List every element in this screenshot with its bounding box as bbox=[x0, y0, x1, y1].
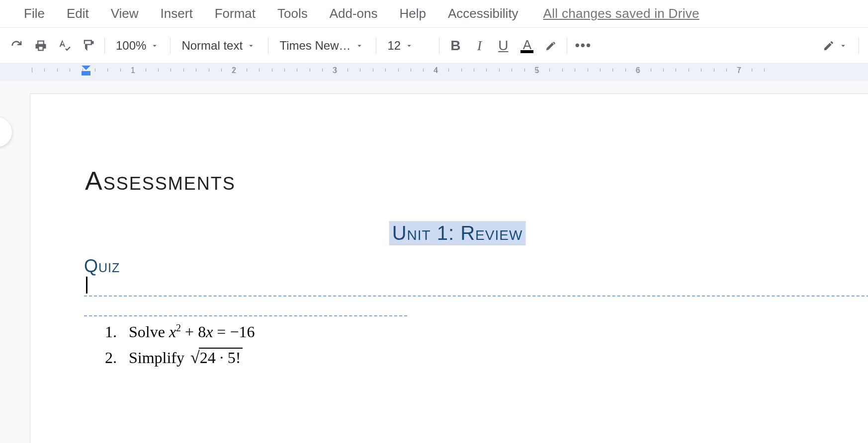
separator bbox=[439, 38, 439, 54]
explore-chip[interactable] bbox=[0, 117, 12, 147]
menu-accessibility[interactable]: Accessibility bbox=[439, 3, 527, 24]
italic-button[interactable]: I bbox=[467, 34, 491, 58]
ruler-tick bbox=[612, 69, 613, 72]
zoom-value: 100% bbox=[116, 39, 146, 53]
ruler-tick bbox=[272, 69, 272, 72]
ruler-tick bbox=[411, 69, 411, 72]
ruler-tick bbox=[171, 69, 171, 72]
ruler-tick bbox=[764, 69, 765, 72]
ruler-tick bbox=[474, 69, 474, 72]
menu-tools[interactable]: Tools bbox=[268, 3, 317, 24]
q2-number: 2. bbox=[105, 349, 117, 367]
ruler-tick bbox=[310, 69, 310, 72]
chevron-down-icon bbox=[150, 41, 159, 50]
zoom-combo[interactable]: 100% bbox=[109, 35, 166, 57]
chevron-down-icon bbox=[247, 41, 256, 50]
menu-edit[interactable]: Edit bbox=[58, 3, 98, 24]
chevron-down-icon bbox=[355, 41, 364, 50]
q1-math-sup: 2 bbox=[176, 322, 181, 333]
separator bbox=[170, 38, 171, 54]
indent-marker[interactable] bbox=[82, 66, 90, 76]
ruler-number: 5 bbox=[534, 66, 539, 75]
doc-subtitle[interactable]: Unit 1: Review bbox=[389, 221, 526, 245]
menu-file[interactable]: File bbox=[15, 3, 54, 24]
ruler-number: 2 bbox=[232, 66, 236, 75]
ruler-tick bbox=[83, 69, 83, 72]
ruler-tick bbox=[499, 69, 500, 72]
ruler-number: 6 bbox=[635, 66, 640, 75]
ruler-tick bbox=[676, 69, 676, 72]
menu-view[interactable]: View bbox=[102, 3, 148, 24]
ruler-tick bbox=[701, 69, 701, 72]
ruler-number: 3 bbox=[333, 66, 337, 75]
ruler-number: 1 bbox=[130, 66, 135, 75]
ruler-tick bbox=[600, 69, 601, 72]
q2-radicand: 24 · 5! bbox=[199, 348, 243, 367]
spellcheck-icon[interactable] bbox=[53, 34, 77, 58]
doc-title[interactable]: Assessments bbox=[85, 166, 236, 196]
ruler-tick bbox=[183, 69, 184, 72]
style-value: Normal text bbox=[181, 39, 243, 53]
font-value: Times New… bbox=[279, 39, 350, 53]
separator bbox=[268, 38, 268, 54]
ruler-tick bbox=[398, 69, 399, 72]
document-page[interactable]: Assessments Unit 1: Review Quiz 1. Solve… bbox=[30, 93, 868, 443]
ruler-tick bbox=[158, 69, 159, 72]
workspace: Assessments Unit 1: Review Quiz 1. Solve… bbox=[0, 80, 868, 443]
dashed-rule-2 bbox=[84, 315, 407, 316]
ruler-tick bbox=[689, 69, 689, 72]
fontsize-combo[interactable]: 12 bbox=[380, 35, 435, 57]
ruler-tick bbox=[95, 69, 95, 72]
ruler-tick bbox=[486, 69, 487, 72]
quiz-heading[interactable]: Quiz bbox=[84, 256, 120, 277]
toolbar: 100% Normal text Times New… 12 B I U A •… bbox=[0, 28, 868, 64]
menubar: File Edit View Insert Format Tools Add-o… bbox=[0, 0, 868, 28]
ruler-tick bbox=[284, 69, 285, 72]
ruler-tick bbox=[373, 69, 373, 72]
ruler-tick bbox=[322, 69, 323, 72]
ruler-tick bbox=[221, 69, 222, 72]
ruler-tick bbox=[588, 69, 588, 72]
menu-addons[interactable]: Add-ons bbox=[321, 3, 387, 24]
menu-insert[interactable]: Insert bbox=[152, 3, 202, 24]
ruler-tick bbox=[247, 69, 247, 72]
ruler-tick bbox=[714, 69, 714, 72]
more-button[interactable]: ••• bbox=[571, 34, 595, 58]
ruler-tick bbox=[70, 69, 70, 72]
question-2[interactable]: 2. Simplify 24 · 5! bbox=[105, 348, 243, 367]
svg-rect-0 bbox=[82, 71, 90, 75]
ruler-tick bbox=[651, 69, 651, 72]
ruler-tick bbox=[524, 69, 525, 72]
text-color-letter: A bbox=[523, 38, 531, 51]
paint-format-icon[interactable] bbox=[77, 34, 100, 58]
question-1[interactable]: 1. Solve x2 + 8x = −16 bbox=[105, 322, 255, 341]
redo-icon[interactable] bbox=[5, 34, 29, 58]
style-combo[interactable]: Normal text bbox=[174, 35, 264, 57]
q1-math-x1: x bbox=[169, 323, 176, 341]
ruler-tick bbox=[625, 69, 626, 72]
save-status[interactable]: All changes saved in Drive bbox=[543, 6, 699, 21]
ruler[interactable]: 1234567 bbox=[0, 64, 868, 80]
pen-icon bbox=[823, 40, 835, 52]
highlight-button[interactable] bbox=[539, 34, 563, 58]
q1-math-plus8: + 8 bbox=[181, 323, 206, 341]
q1-math-eq: = −16 bbox=[213, 323, 255, 341]
menu-help[interactable]: Help bbox=[391, 3, 435, 24]
ruler-tick bbox=[360, 69, 360, 72]
q1-text: Solve bbox=[129, 323, 169, 341]
font-combo[interactable]: Times New… bbox=[272, 35, 372, 57]
separator bbox=[567, 38, 567, 54]
underline-button[interactable]: U bbox=[491, 34, 515, 58]
ruler-tick bbox=[549, 69, 550, 72]
ruler-tick bbox=[297, 69, 297, 72]
menu-format[interactable]: Format bbox=[206, 3, 264, 24]
chevron-down-icon bbox=[839, 41, 848, 50]
text-color-button[interactable]: A bbox=[515, 34, 539, 58]
ruler-tick bbox=[259, 69, 260, 72]
print-icon[interactable] bbox=[29, 34, 53, 58]
ruler-tick bbox=[423, 69, 424, 72]
ruler-tick bbox=[752, 69, 752, 72]
bold-button[interactable]: B bbox=[443, 34, 467, 58]
q1-math-x2: x bbox=[206, 323, 213, 341]
editing-mode-combo[interactable] bbox=[816, 35, 855, 57]
